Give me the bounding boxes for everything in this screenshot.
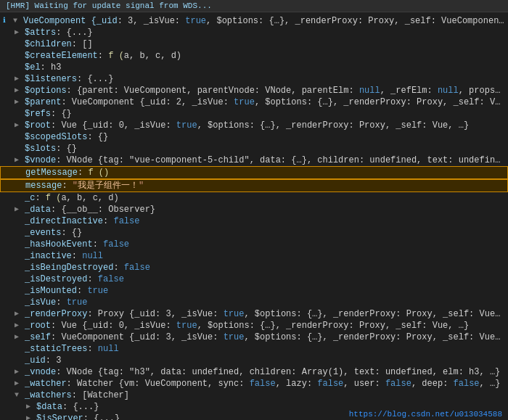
console-line-self: _self: VueComponent {_uid: 3, _isVue: tr… [0,332,508,343]
arrow-right-icon[interactable] [26,401,35,410]
line-content-scoped-slots: $scopedSlots: {} [25,131,505,143]
console-line-vnode-h3: _vnode: VNode {tag: "h3", data: undefine… [0,366,508,378]
arrow-down-icon[interactable] [13,15,22,24]
arrow-right-icon[interactable] [15,155,23,163]
line-content-children: $children: [] [25,38,505,50]
console-line-c-func: _c: f (a, b, c, d) [0,192,508,204]
console-content: ℹVueComponent {_uid: 3, _isVue: true, $o… [0,12,508,420]
arrow-right-icon[interactable] [15,85,23,94]
arrow-right-icon[interactable] [15,366,23,375]
line-content-get-message: getMessage: f () [25,167,504,178]
console-line-vue-component-root: ℹVueComponent {_uid: 3, _isVue: true, $o… [0,15,508,27]
console-line-attrs: $attrs: {...} [0,27,508,38]
line-content-c-func: _c: f (a, b, c, d) [25,192,505,204]
console-line-options: $options: {parent: VueComponent, parentV… [0,85,508,96]
status-text: [HMR] Waiting for update signal from WDS… [6,1,212,10]
line-content-watchers: _watchers: [Watcher] [25,390,505,401]
line-content-direct-inactive: _directInactive: false [25,215,505,227]
console-line-is-destroyed: _isDestroyed: false [0,273,508,285]
console-line-direct-inactive: _directInactive: false [0,215,508,227]
arrow-down-icon[interactable] [15,390,23,398]
console-line-message: message: "我是子组件一！" [0,179,508,192]
line-content-listeners: $listeners: {...} [25,73,505,85]
console-line-is-mounted: _isMounted: true [0,285,508,297]
console-line-scoped-slots: $scopedSlots: {} [0,131,508,143]
line-content-message: message: "我是子组件一！" [25,180,504,192]
console-line-inactive: _inactive: null [0,250,508,262]
console-line-events: _events: {} [0,227,508,239]
console-line-is-vue: _isVue: true [0,297,508,308]
line-content-inactive: _inactive: null [25,250,505,262]
line-content-options: $options: {parent: VueComponent, parentV… [25,85,505,96]
arrow-right-icon[interactable] [15,378,23,387]
console-line-slots: $slots: {} [0,143,508,155]
status-bar: [HMR] Waiting for update signal from WDS… [0,0,508,12]
console-line-static-trees: _staticTrees: null [0,343,508,355]
console-line-create-element: $createElement: f (a, b, c, d) [0,50,508,62]
arrow-right-icon[interactable] [15,204,23,213]
line-content-has-hook-event: _hasHookEvent: false [25,239,505,250]
console-panel: [HMR] Waiting for update signal from WDS… [0,0,508,420]
console-line-children: $children: [] [0,38,508,50]
line-content-self: _self: VueComponent {_uid: 3, _isVue: tr… [25,332,505,343]
arrow-right-icon[interactable] [15,96,23,105]
arrow-right-icon[interactable] [15,120,23,128]
line-content-create-element: $createElement: f (a, b, c, d) [25,50,505,62]
arrow-right-icon[interactable] [15,73,23,82]
console-line-render-proxy: _renderProxy: Proxy {_uid: 3, _isVue: tr… [0,308,508,320]
line-content-data-ob: _data: {__ob__: Observer} [25,204,505,215]
line-content-slots: $slots: {} [25,143,505,155]
line-content-refs: $refs: {} [25,108,505,120]
console-line-listeners: $listeners: {...} [0,73,508,85]
info-icon: ℹ [3,15,13,27]
arrow-right-icon[interactable] [15,332,23,340]
line-content-vnode: $vnode: VNode {tag: "vue-component-5-chi… [25,155,505,166]
line-content-uid: _uid: 3 [25,355,505,366]
line-content-is-being-destroyed: _isBeingDestroyed: false [25,262,505,273]
arrow-right-icon[interactable] [15,27,23,36]
arrow-right-icon[interactable] [26,413,35,420]
line-content-attrs: $attrs: {...} [25,27,505,38]
console-line-watchers: _watchers: [Watcher] [0,390,508,401]
line-content-watcher-obj: _watcher: Watcher {vm: VueComponent, syn… [25,378,505,390]
arrow-right-icon[interactable] [15,308,23,317]
line-content-el: $el: h3 [25,62,505,73]
line-content-vnode-h3: _vnode: VNode {tag: "h3", data: undefine… [25,366,505,378]
console-line-is-being-destroyed: _isBeingDestroyed: false [0,262,508,273]
line-content-render-proxy: _renderProxy: Proxy {_uid: 3, _isVue: tr… [25,308,505,320]
console-line-uid: _uid: 3 [0,355,508,366]
console-line-root: $root: Vue {_uid: 0, _isVue: true, $opti… [0,120,508,131]
line-content-is-destroyed: _isDestroyed: false [25,273,505,285]
line-content-is-vue: _isVue: true [25,297,505,308]
arrow-right-icon[interactable] [15,320,23,329]
console-line-has-hook-event: _hasHookEvent: false [0,239,508,250]
line-content-static-trees: _staticTrees: null [25,343,505,355]
line-content-parent: $parent: VueComponent {_uid: 2, _isVue: … [25,96,505,108]
console-line-watcher-obj: _watcher: Watcher {vm: VueComponent, syn… [0,378,508,390]
console-line-parent: $parent: VueComponent {_uid: 2, _isVue: … [0,96,508,108]
line-content-root: $root: Vue {_uid: 0, _isVue: true, $opti… [25,120,505,131]
url-link[interactable]: https://blog.csdn.net/u013034588 [349,410,502,419]
line-content-events: _events: {} [25,227,505,239]
line-content-is-mounted: _isMounted: true [25,285,505,297]
console-line-refs: $refs: {} [0,108,508,120]
console-line-vnode: $vnode: VNode {tag: "vue-component-5-chi… [0,155,508,166]
console-line-root-vue: _root: Vue {_uid: 0, _isVue: true, $opti… [0,320,508,332]
line-content-root-vue: _root: Vue {_uid: 0, _isVue: true, $opti… [25,320,505,332]
line-content-vue-component-root: VueComponent {_uid: 3, _isVue: true, $op… [23,15,505,27]
console-line-get-message: getMessage: f () [0,166,508,179]
console-line-el: $el: h3 [0,62,508,73]
console-line-data-ob: _data: {__ob__: Observer} [0,204,508,215]
